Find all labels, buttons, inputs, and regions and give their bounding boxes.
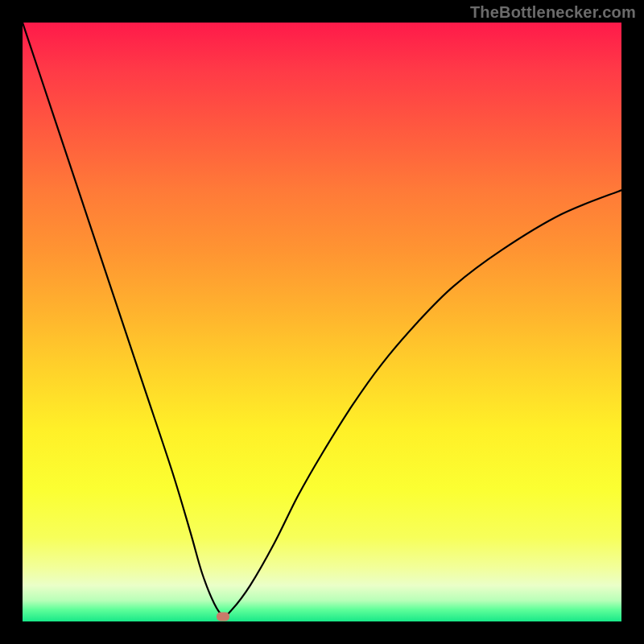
chart-frame: TheBottlenecker.com xyxy=(0,0,644,644)
plot-area xyxy=(23,23,621,621)
bottleneck-curve xyxy=(23,23,621,616)
curve-svg xyxy=(23,23,621,621)
minimum-marker xyxy=(217,613,229,621)
watermark-text: TheBottlenecker.com xyxy=(470,3,636,22)
